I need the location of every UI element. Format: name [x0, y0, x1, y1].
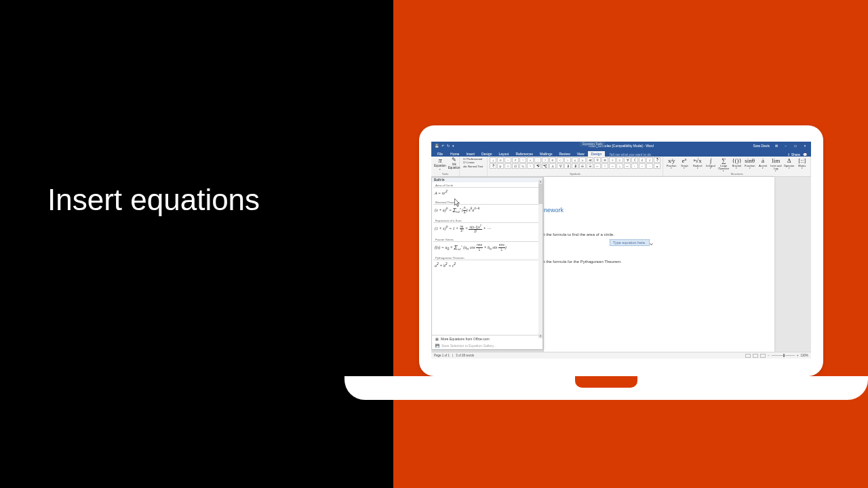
symbol-cell[interactable]: ~: [519, 157, 526, 163]
tab-design[interactable]: Design: [478, 151, 496, 157]
tab-home[interactable]: Home: [447, 151, 462, 157]
gallery-item[interactable]: f(x) = a0 + Σn=1∞ (an cos nπxL + bn sin …: [432, 242, 542, 255]
redo-icon[interactable]: ↻: [447, 144, 450, 148]
symbol-cell[interactable]: ∩: [505, 163, 511, 169]
symbol-cell[interactable]: ≠: [512, 157, 519, 163]
ink-equation-button[interactable]: ✎ Ink Equation: [448, 157, 461, 171]
symbol-cell[interactable]: ↓: [616, 163, 623, 169]
symbol-cell[interactable]: α: [654, 163, 660, 169]
symbol-cell[interactable]: ∁: [631, 157, 638, 163]
structure-button[interactable]: x⁄yFraction▾: [665, 157, 677, 172]
structure-button[interactable]: limLimit and Log▾: [770, 157, 782, 172]
symbol-cell[interactable]: ∅: [512, 163, 519, 169]
structure-button[interactable]: ΔOperator▾: [783, 157, 795, 172]
tab-references[interactable]: References: [513, 151, 537, 157]
symbol-cell[interactable]: ×: [527, 157, 534, 163]
qa-dropdown-icon[interactable]: ▾: [452, 144, 454, 148]
equation-placeholder[interactable]: Type equation here.: [610, 239, 650, 246]
symbol-cell[interactable]: ·: [646, 163, 653, 169]
symbol-cell[interactable]: ∂: [639, 157, 646, 163]
structure-button[interactable]: äAccent▾: [757, 157, 769, 172]
web-layout-view[interactable]: [760, 354, 766, 358]
symbol-cell[interactable]: ↑: [601, 163, 608, 169]
read-mode-view[interactable]: [745, 354, 751, 358]
symbol-cell[interactable]: ℉: [534, 163, 541, 169]
symbol-cell[interactable]: ←: [594, 163, 601, 169]
symbol-cell[interactable]: +: [631, 163, 638, 169]
zoom-out[interactable]: −: [768, 354, 770, 357]
equation-dropdown-arrow[interactable]: ▾: [439, 169, 441, 171]
symbol-cell[interactable]: ≤: [572, 157, 578, 163]
symbol-cell[interactable]: ∝: [549, 157, 556, 163]
scroll-thumb[interactable]: [538, 184, 542, 204]
structure-button[interactable]: {()}Bracket▾: [730, 157, 743, 172]
tab-insert[interactable]: Insert: [462, 151, 478, 157]
symbol-cell[interactable]: ≥: [579, 157, 586, 163]
maximize-icon[interactable]: □: [793, 144, 798, 148]
zoom-in[interactable]: +: [797, 354, 799, 357]
tab-mailings[interactable]: Mailings: [536, 151, 555, 157]
document-page[interactable]: nework t the formula to find the area of…: [544, 177, 774, 359]
symbol-cell[interactable]: !: [542, 157, 549, 163]
symbol-cell[interactable]: ∇: [557, 163, 564, 169]
equation-gallery-dropdown[interactable]: Built-In Area of CircleA = πr2Binomial T…: [431, 177, 543, 350]
tab-equation-design[interactable]: Design: [588, 151, 606, 157]
symbol-cell[interactable]: %: [519, 163, 526, 169]
structure-button[interactable]: ∑Large Operator▾: [717, 157, 730, 172]
symbol-cell[interactable]: ∋: [587, 163, 593, 169]
symbols-grid[interactable]: ±∞=≠~×÷!∝<>≤≥≪∓≅≈≡∀∁∂√∛∜∪∩∅%°℉℃∆∇∃∄∈∋←↑→…: [490, 157, 660, 169]
save-icon[interactable]: 💾: [435, 144, 439, 148]
structure-button[interactable]: sinθFunction▾: [744, 157, 756, 172]
minimize-icon[interactable]: −: [783, 144, 789, 148]
gallery-scrollbar[interactable]: ▴ ▾: [538, 184, 542, 334]
gallery-item[interactable]: (1 + x)n = 1 + nx1! + n(n−1)x22! + ⋯: [432, 223, 542, 237]
scroll-down-arrow[interactable]: ▾: [538, 334, 542, 338]
symbol-cell[interactable]: ∪: [497, 163, 504, 169]
equation-button[interactable]: π Equation ▾: [433, 157, 447, 171]
symbol-cell[interactable]: ≪: [587, 157, 593, 163]
symbol-cell[interactable]: <: [557, 157, 564, 163]
tab-view[interactable]: View: [574, 151, 588, 157]
symbol-cell[interactable]: ∆: [549, 163, 556, 169]
symbol-cell[interactable]: ↔: [624, 163, 631, 169]
zoom-slider[interactable]: [772, 355, 795, 356]
structure-button[interactable]: eˣScript▾: [678, 157, 690, 172]
zoom-level[interactable]: 130%: [800, 354, 808, 357]
symbol-cell[interactable]: >: [564, 157, 571, 163]
symbol-cell[interactable]: °: [527, 163, 534, 169]
structure-button[interactable]: ∫Integral▾: [705, 157, 717, 172]
symbol-cell[interactable]: ∃: [564, 163, 571, 169]
print-layout-view[interactable]: [753, 354, 758, 358]
symbol-cell[interactable]: ∜: [490, 163, 496, 169]
structure-button[interactable]: [::]Matrix▾: [796, 157, 808, 172]
symbol-cell[interactable]: ≈: [609, 157, 616, 163]
undo-icon[interactable]: ↶: [441, 144, 444, 148]
gallery-item[interactable]: A = πr2: [432, 188, 542, 199]
symbol-cell[interactable]: ∄: [572, 163, 578, 169]
symbol-cell[interactable]: ∓: [594, 157, 601, 163]
symbol-cell[interactable]: ∛: [654, 157, 660, 163]
more-equations-link[interactable]: ▦ More Equations from Office.com: [432, 336, 542, 342]
status-page[interactable]: Page 1 of 1: [434, 354, 450, 357]
quick-access-toolbar[interactable]: 💾 ↶ ↻ ▾: [431, 144, 454, 148]
symbol-cell[interactable]: →: [609, 163, 616, 169]
symbol-cell[interactable]: ≡: [616, 157, 623, 163]
user-name[interactable]: Sara Davis: [753, 144, 770, 148]
symbol-cell[interactable]: ∀: [624, 157, 631, 163]
symbol-cell[interactable]: ±: [490, 157, 496, 163]
symbol-cell[interactable]: ℃: [542, 163, 549, 169]
symbol-cell[interactable]: √: [646, 157, 653, 163]
structure-button[interactable]: ⁿ√xRadical▾: [692, 157, 704, 172]
gallery-item[interactable]: (x + a)n = Σk=0n (nk) xkan−k: [432, 205, 542, 218]
symbol-cell[interactable]: =: [505, 157, 511, 163]
symbol-cell[interactable]: −: [639, 163, 646, 169]
tab-file[interactable]: File: [433, 151, 447, 157]
symbol-cell[interactable]: ∞: [497, 157, 504, 163]
close-icon[interactable]: ×: [802, 144, 808, 148]
symbol-cell[interactable]: ∈: [579, 163, 586, 169]
status-word-count[interactable]: 3 of 28 words: [456, 354, 474, 357]
gallery-item[interactable]: a2 + b2 = c2: [432, 260, 542, 272]
tab-review[interactable]: Review: [555, 151, 573, 157]
symbol-cell[interactable]: ≅: [601, 157, 608, 163]
tab-layout[interactable]: Layout: [496, 151, 513, 157]
